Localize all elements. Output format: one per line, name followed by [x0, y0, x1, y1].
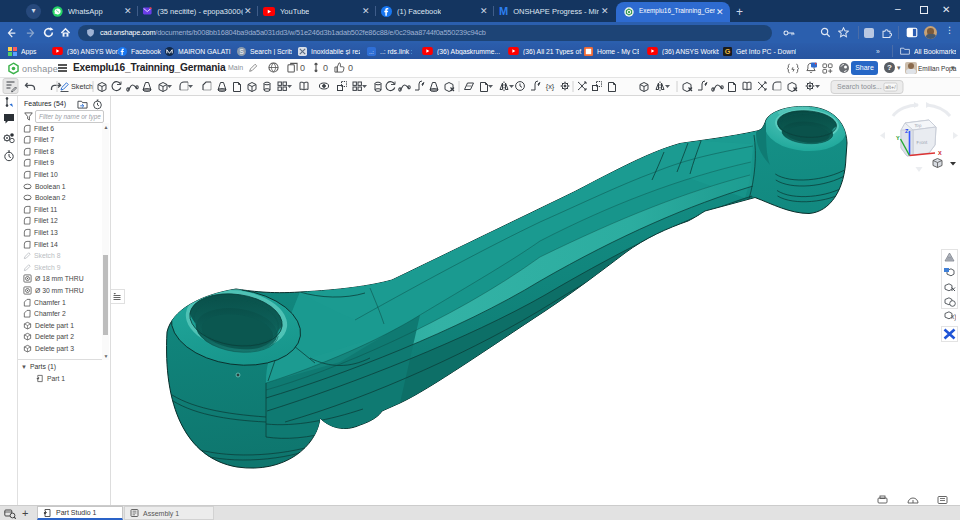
svg-text:Search tools...: Search tools...: [837, 83, 882, 90]
svg-text:X: X: [938, 150, 942, 156]
svg-text:alt+/: alt+/: [885, 84, 896, 90]
svg-text:Top: Top: [914, 123, 922, 129]
svg-text:x): x): [951, 313, 956, 321]
svg-text:Front: Front: [916, 140, 928, 146]
svg-text:..:: ..:: [369, 48, 374, 54]
svg-text:G: G: [725, 47, 731, 56]
svg-text:Y: Y: [896, 135, 900, 141]
svg-text:Sketch: Sketch: [71, 82, 93, 91]
svg-text:S: S: [239, 47, 243, 54]
